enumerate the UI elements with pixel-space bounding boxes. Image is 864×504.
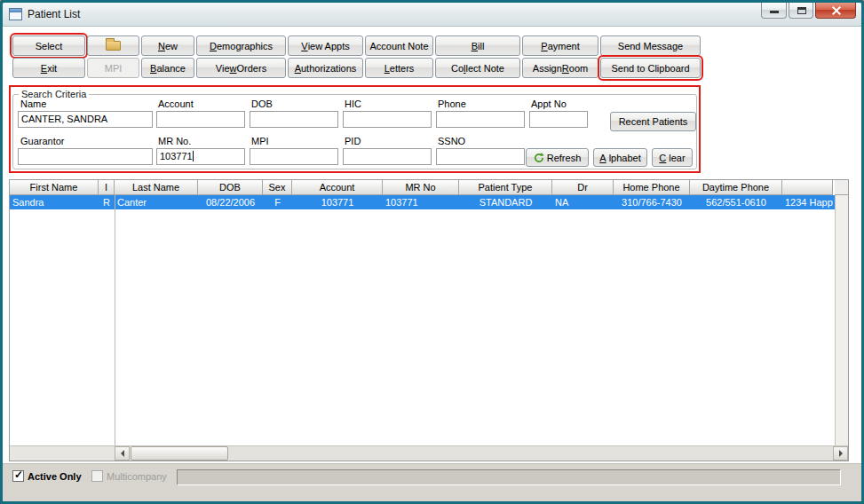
pid-input[interactable] [343,148,432,165]
assign-room-button[interactable]: Assign Room [522,58,598,78]
maximize-button[interactable] [789,3,813,19]
cell-sex: F [263,195,292,209]
window-title: Patient List [28,8,80,20]
view-appts-button[interactable]: View Appts [288,35,363,56]
close-button[interactable] [815,3,856,19]
footer-bar: Active Only Multicompany [3,463,861,501]
account-label: Account [158,98,194,109]
col-header-account[interactable]: Account [292,180,383,195]
mpi-button: MPI [87,58,139,78]
col-header-mr-no[interactable]: MR No [383,180,459,195]
col-header-home-phone[interactable]: Home Phone [614,180,690,195]
col-header-patient-type[interactable]: Patient Type [459,180,552,195]
mpi-input[interactable] [250,148,338,165]
minimize-button[interactable] [761,3,787,19]
multicompany-label: Multicompany [107,471,167,482]
collect-note-button[interactable]: Collect Note [435,58,520,78]
exit-button[interactable]: Exit [12,58,85,78]
table-row[interactable]: Sandra R Canter 08/22/2006 F 103771 1037… [10,195,835,209]
ssno-input[interactable] [436,148,525,165]
active-only-checkbox-group: Active Only [12,470,82,482]
vertical-scrollbar[interactable] [835,195,848,446]
grid-header: First Name I Last Name DOB Sex Account M… [10,180,835,195]
col-header-dr[interactable]: Dr [552,180,614,195]
status-field [177,469,841,485]
clear-button[interactable]: Clear [652,148,693,167]
letters-button[interactable]: Letters [365,58,433,78]
mr-no-label: MR No. [158,136,191,146]
cell-daytime-phone: 562/551-0610 [690,195,782,209]
frozen-pane-divider [115,195,115,446]
col-header-initial[interactable]: I [99,180,115,195]
guarantor-label: Guarantor [20,136,65,146]
cell-last-name: Canter [115,195,198,209]
pid-label: PID [345,136,361,146]
mpi-label: MPI [251,136,269,146]
col-header-address[interactable] [782,180,833,195]
cell-address: 1234 Happy St [782,195,833,209]
hic-label: HIC [345,98,361,109]
search-criteria-group: Search Criteria Name Account DOB HIC Pho… [12,89,697,169]
mr-no-input[interactable]: 103771 [156,148,245,165]
col-header-last-name[interactable]: Last Name [115,180,198,195]
account-input[interactable] [156,111,245,128]
phone-input[interactable] [436,111,525,128]
cell-initial: R [99,195,115,209]
scroll-right-button[interactable] [833,446,848,461]
active-only-checkbox[interactable] [12,470,24,482]
folder-icon [106,41,121,51]
cell-dob: 08/22/2006 [198,195,263,209]
titlebar[interactable]: Patient List [3,3,861,27]
select-button[interactable]: Select [12,35,85,56]
dob-input[interactable] [250,111,338,128]
patient-grid: First Name I Last Name DOB Sex Account M… [9,179,849,461]
view-orders-button[interactable]: View Orders [196,58,286,78]
send-to-clipboard-button[interactable]: Send to Clipboard [600,58,701,78]
ssno-label: SSNO [438,136,465,146]
appt-no-input[interactable] [529,111,588,128]
payment-button[interactable]: Payment [522,35,598,56]
active-only-label: Active Only [28,471,82,482]
maximize-icon [797,7,806,14]
guarantor-input[interactable] [18,148,153,165]
text-caret [193,151,194,161]
account-note-button[interactable]: Account Note [365,35,433,56]
horizontal-scrollbar[interactable] [115,445,848,461]
minimize-icon [770,11,779,13]
appt-no-label: Appt No [531,98,567,109]
col-header-first-name[interactable]: First Name [10,180,99,195]
multicompany-checkbox [91,470,103,482]
name-input[interactable]: CANTER, SANDRA [18,111,153,128]
balance-button[interactable]: Balance [141,58,194,78]
scrollbar-thumb[interactable] [131,446,228,461]
bill-button[interactable]: Bill [435,35,520,56]
col-header-dob[interactable]: DOB [198,180,263,195]
scroll-left-icon [121,450,124,457]
cell-dr: NA [552,195,614,209]
cell-home-phone: 310/766-7430 [614,195,690,209]
demographics-button[interactable]: Demographics [196,35,286,56]
window-controls [759,3,856,19]
patient-list-window: Patient List Select New Demographics Vie… [0,0,864,504]
col-header-sex[interactable]: Sex [263,180,292,195]
send-message-button[interactable]: Send Message [600,35,701,56]
name-label: Name [20,98,46,109]
client-area: Select New Demographics View Appts Accou… [3,27,861,501]
alphabet-button[interactable]: Alphabet [593,148,647,167]
authorizations-button[interactable]: Authorizations [288,58,363,78]
cell-account: 103771 [292,195,383,209]
phone-label: Phone [438,98,466,109]
new-button[interactable]: New [141,35,194,56]
open-folder-button[interactable] [87,35,139,56]
recent-patients-button[interactable]: Recent Patients [610,112,696,131]
scrollbar-freeze-gap [10,445,115,461]
refresh-icon [534,153,544,163]
cell-first-name: Sandra [10,195,99,209]
refresh-button[interactable]: Refresh [526,148,589,167]
search-criteria-annotation: Search Criteria Name Account DOB HIC Pho… [9,85,701,173]
scroll-left-button[interactable] [115,446,130,461]
multicompany-checkbox-group: Multicompany [91,470,167,482]
col-header-daytime-phone[interactable]: Daytime Phone [690,180,782,195]
toolbar: Select New Demographics View Appts Accou… [12,35,701,78]
hic-input[interactable] [343,111,432,128]
